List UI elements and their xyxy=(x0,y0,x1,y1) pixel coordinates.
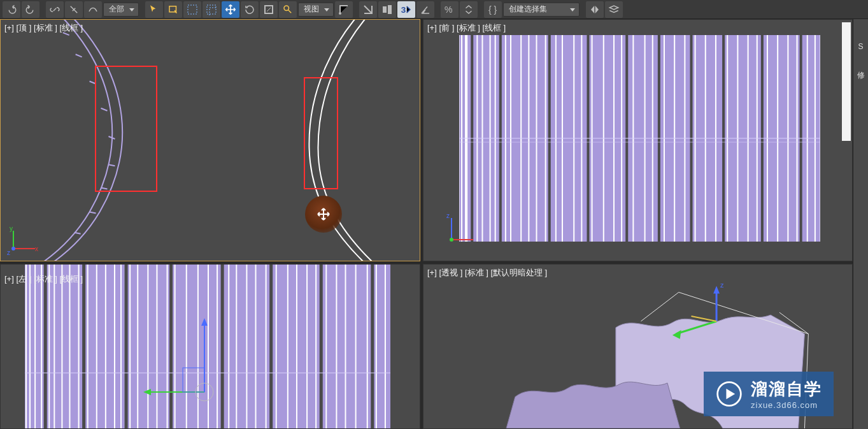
vp-label-plus[interactable]: [+] xyxy=(4,274,14,284)
svg-point-5 xyxy=(284,6,289,11)
svg-rect-7 xyxy=(383,6,387,13)
rectangular-region-icon[interactable] xyxy=(183,1,201,18)
rotate-icon[interactable] xyxy=(241,1,259,18)
spinner-snap-icon[interactable] xyxy=(460,1,478,18)
viewport-top[interactable]: [+] [顶 ] [标准 ] [线框 ] xyxy=(0,19,420,261)
viewcube-gauge[interactable] xyxy=(842,22,851,141)
selection-filter-dropdown[interactable]: 全部 xyxy=(103,3,139,17)
svg-rect-2 xyxy=(207,5,216,14)
left-bars-svg xyxy=(25,265,390,428)
svg-marker-138 xyxy=(672,330,681,339)
selection-set-value: 创建选择集 xyxy=(509,4,547,15)
svg-text:{ }: { } xyxy=(488,4,497,15)
vp-label-name[interactable]: [前 ] xyxy=(439,23,454,33)
side-label-1: S xyxy=(858,42,863,51)
scale-icon[interactable] xyxy=(260,1,278,18)
vp-label-style[interactable]: [标准 ] xyxy=(457,23,480,33)
vp-label-plus[interactable]: [+] xyxy=(427,23,437,33)
snap-toggle-icon[interactable] xyxy=(359,1,377,18)
vp-label-name[interactable]: [透视 ] xyxy=(439,268,462,277)
use-pivot-icon[interactable] xyxy=(335,1,353,18)
viewport-perspective[interactable]: [+] [透视 ] [标准 ] [默认明暗处理 ] z xyxy=(423,264,853,429)
snaps-3-icon[interactable]: 3 xyxy=(397,1,415,18)
reference-coord-value: 视图 xyxy=(304,4,319,15)
viewport-persp-label: [+] [透视 ] [标准 ] [默认明暗处理 ] xyxy=(427,267,547,279)
svg-text:3: 3 xyxy=(401,5,406,15)
svg-point-134 xyxy=(196,383,213,401)
vp-label-name[interactable]: [左 ] xyxy=(16,274,31,284)
placement-icon[interactable] xyxy=(279,1,297,18)
svg-line-137 xyxy=(676,321,716,334)
annotation-box-right xyxy=(304,77,338,189)
redo-icon[interactable] xyxy=(22,1,39,18)
perspective-geometry: z xyxy=(423,265,852,428)
front-geometry xyxy=(423,20,852,261)
viewport-grid: [+] [顶 ] [标准 ] [线框 ] xyxy=(0,19,853,429)
vp-label-mode[interactable]: [线框 ] xyxy=(482,23,506,33)
link-icon[interactable] xyxy=(46,1,64,18)
svg-rect-133 xyxy=(183,368,204,392)
svg-text:y: y xyxy=(10,225,13,232)
svg-marker-136 xyxy=(713,286,720,294)
viewport-front[interactable]: [+] [前 ] [标准 ] [线框 ] xyxy=(423,19,853,261)
svg-point-16 xyxy=(11,247,15,251)
select-object-icon[interactable] xyxy=(145,1,163,18)
select-by-name-icon[interactable] xyxy=(164,1,182,18)
vp-label-plus[interactable]: [+] xyxy=(4,23,14,33)
svg-text:%: % xyxy=(445,4,452,15)
svg-text:x: x xyxy=(35,245,38,252)
svg-text:z: z xyxy=(7,249,10,256)
top-geometry xyxy=(1,20,420,261)
angle-snap-icon[interactable] xyxy=(416,1,434,18)
bind-icon[interactable] xyxy=(84,1,102,18)
selection-set-dropdown[interactable]: 创建选择集 xyxy=(503,3,580,17)
viewport-top-label: [+] [顶 ] [标准 ] [线框 ] xyxy=(4,22,83,34)
axis-tripod-top: y x z xyxy=(7,223,39,257)
annotation-box-left xyxy=(95,66,157,192)
cursor-indicator xyxy=(305,196,342,233)
viewport-left-label: [+] [左 ] [标准 ] [线框 ] xyxy=(4,273,83,285)
reference-coord-dropdown[interactable]: 视图 xyxy=(298,3,334,17)
svg-rect-8 xyxy=(388,5,392,14)
transform-gizmo-left xyxy=(122,290,249,429)
svg-marker-130 xyxy=(201,318,208,326)
vp-label-mode[interactable]: [线框 ] xyxy=(59,274,83,284)
main-toolbar: 全部 视图 3 % xyxy=(0,0,868,19)
window-crossing-icon[interactable] xyxy=(203,1,220,18)
command-panel[interactable]: S 修 xyxy=(853,19,868,429)
svg-text:z: z xyxy=(720,281,724,289)
viewport-front-label: [+] [前 ] [标准 ] [线框 ] xyxy=(427,22,506,34)
layers-icon[interactable] xyxy=(605,1,623,18)
vp-label-style[interactable]: [标准 ] xyxy=(34,23,57,33)
vp-label-plus[interactable]: [+] xyxy=(427,268,437,277)
percent-snap-icon[interactable]: % xyxy=(441,1,459,18)
vp-label-mode[interactable]: [默认明暗处理 ] xyxy=(490,268,547,277)
mirror-icon[interactable] xyxy=(586,1,604,18)
side-label-2: 修 xyxy=(857,70,865,81)
svg-rect-78 xyxy=(25,265,390,428)
undo-icon[interactable] xyxy=(3,1,20,18)
move-icon[interactable] xyxy=(222,1,239,18)
unlink-icon[interactable] xyxy=(65,1,83,18)
svg-rect-1 xyxy=(188,5,197,14)
named-selection-icon[interactable]: { } xyxy=(484,1,502,18)
svg-point-6 xyxy=(339,12,341,15)
vp-label-mode[interactable]: [线框 ] xyxy=(59,23,83,33)
svg-line-139 xyxy=(692,316,717,321)
align-icon[interactable] xyxy=(378,1,396,18)
selection-filter-value: 全部 xyxy=(109,4,124,15)
vp-label-name[interactable]: [顶 ] xyxy=(16,23,31,33)
svg-marker-132 xyxy=(143,389,151,395)
vp-label-style[interactable]: [标准 ] xyxy=(34,274,57,284)
vp-label-style[interactable]: [标准 ] xyxy=(465,268,488,277)
viewport-left[interactable]: [+] [左 ] [标准 ] [线框 ] xyxy=(0,264,420,429)
